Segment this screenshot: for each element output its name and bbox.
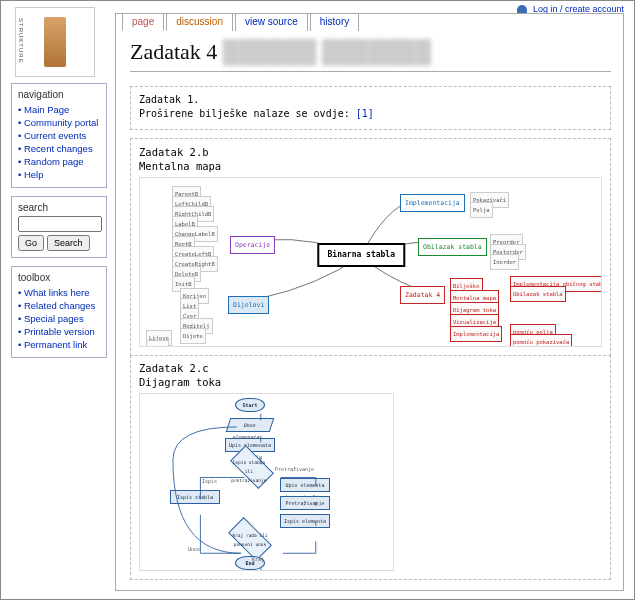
tab-view-source[interactable]: view source (235, 13, 308, 31)
mm-obilazak: Obilazak stabla (418, 238, 487, 256)
page-title: Zadatak 4 ██████ ███████ (130, 39, 623, 65)
nav-community-portal[interactable]: Community portal (24, 117, 98, 128)
toolbox-portlet: toolbox What links here Related changes … (11, 266, 107, 358)
task1-section: Zadatak 1. Proširene bilješke nalaze se … (130, 86, 611, 130)
tab-history[interactable]: history (310, 13, 359, 31)
nav-help[interactable]: Help (24, 169, 44, 180)
mindmap-image[interactable]: Binarna stabla Operacije Implementacija … (139, 177, 602, 347)
logo-text: STRUKTURE (18, 18, 24, 64)
mm-leaf: Inorder (490, 254, 519, 270)
task2b-sub: Mentalna mapa (139, 160, 221, 172)
mm-leaf: Obilazak stabla (510, 286, 566, 302)
tab-discussion[interactable]: discussion (166, 13, 233, 31)
task2b-heading: Zadatak 2.b (139, 146, 209, 158)
task2b-section: Zadatak 2.b Mentalna mapa Binarna stabla… (130, 138, 611, 356)
flowchart-image[interactable]: Start Unos elemenata Upis elemenata u st… (139, 393, 394, 571)
task1-text: Proširene bilješke nalaze se ovdje: (139, 108, 350, 119)
task1-heading: Zadatak 1. (139, 93, 602, 107)
tab-page[interactable]: page (122, 13, 164, 31)
site-logo[interactable]: STRUKTURE (15, 7, 95, 77)
tool-printable-version[interactable]: Printable version (24, 326, 95, 337)
mm-implementacija: Implementacija (400, 194, 465, 212)
fc-label: Pretraživanje (275, 462, 314, 476)
task1-link[interactable]: [1] (356, 108, 374, 119)
mm-zadatak4: Zadatak 4 (400, 286, 445, 304)
tool-permanent-link[interactable]: Permanent link (24, 339, 87, 350)
mm-leaf: Desno (146, 340, 169, 347)
mm-leaf: Implementacija (450, 326, 502, 342)
mm-leaf: Polja (470, 202, 493, 218)
search-button[interactable]: Search (47, 235, 90, 251)
go-button[interactable]: Go (18, 235, 44, 251)
nav-title: navigation (16, 89, 66, 100)
tool-special-pages[interactable]: Special pages (24, 313, 84, 324)
search-portlet: search Go Search (11, 196, 107, 258)
nav-main-page[interactable]: Main Page (24, 104, 69, 115)
content-area: page discussion view source history Zada… (115, 13, 624, 591)
task2c-section: Zadatak 2.c Dijagram toka Start Unos ele… (130, 355, 611, 580)
mm-operacije: Operacije (230, 236, 275, 254)
nav-random-page[interactable]: Random page (24, 156, 84, 167)
toolbox-title: toolbox (16, 272, 52, 283)
search-title: search (16, 202, 50, 213)
mm-center: Binarna stabla (318, 243, 405, 267)
nav-recent-changes[interactable]: Recent changes (24, 143, 93, 154)
search-input[interactable] (18, 216, 102, 232)
nav-current-events[interactable]: Current events (24, 130, 86, 141)
task2c-heading: Zadatak 2.c (139, 362, 209, 374)
tool-what-links-here[interactable]: What links here (24, 287, 89, 298)
mm-leaf: Dijete (180, 328, 206, 344)
task2c-sub: Dijagram toka (139, 376, 221, 388)
mm-dijelovi: Dijelovi (228, 296, 269, 314)
nav-portlet: navigation Main Page Community portal Cu… (11, 83, 107, 188)
fc-label: Kraj (252, 552, 264, 566)
mm-leaf: pomoću pokazivača (510, 334, 572, 347)
title-redacted: ██████ ███████ (223, 39, 431, 64)
fc-label: Ispis (202, 474, 217, 488)
tool-related-changes[interactable]: Related changes (24, 300, 95, 311)
fc-label: Unos (188, 542, 200, 556)
